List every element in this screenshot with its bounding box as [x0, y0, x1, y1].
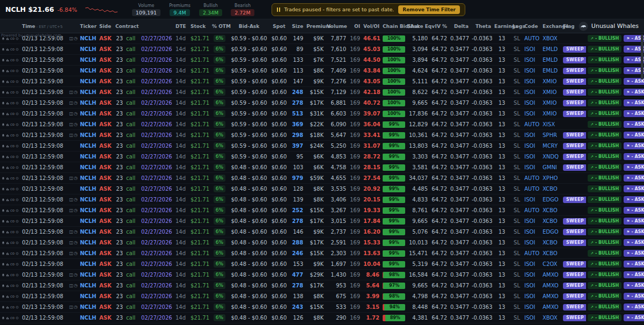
company-icon[interactable]: co: [10, 251, 14, 256]
company-icon[interactable]: co: [10, 316, 14, 320]
company-icon[interactable]: co: [10, 69, 14, 73]
contract-expiry-link[interactable]: 02/27/2026: [141, 68, 172, 74]
circle-icon[interactable]: [16, 294, 19, 299]
chart-icon[interactable]: [6, 240, 9, 245]
header-chain-bid-ask[interactable]: Chain Bid/Ask: [381, 24, 406, 29]
company-icon[interactable]: co: [10, 122, 14, 127]
table-row[interactable]: co02/13 12:59:08◫◷NCLHASK23call02/27/202…: [0, 280, 644, 291]
alert-bell-icon[interactable]: [2, 262, 5, 267]
ticker-link[interactable]: NCLH: [78, 78, 98, 84]
circle-icon[interactable]: [16, 240, 19, 245]
header-delta[interactable]: Delta: [449, 24, 470, 29]
alert-bell-icon[interactable]: [2, 283, 5, 288]
ticker-link[interactable]: NCLH: [78, 154, 98, 160]
table-row[interactable]: co02/13 12:59:08◫◷NCLHASK23call02/27/202…: [0, 33, 644, 44]
header-code[interactable]: Code: [523, 24, 541, 29]
header-theta[interactable]: Theta: [470, 24, 493, 29]
alert-bell-icon[interactable]: [2, 154, 5, 160]
chart-icon[interactable]: [6, 47, 9, 52]
chart-icon[interactable]: [6, 143, 9, 149]
chart-icon[interactable]: [6, 219, 9, 224]
table-row[interactable]: co02/13 12:59:08◫◷NCLHASK23call02/27/202…: [0, 109, 644, 119]
company-icon[interactable]: co: [10, 101, 14, 105]
table-row[interactable]: co02/13 12:59:08◫◷NCLHASK23call02/27/202…: [0, 87, 644, 98]
chart-icon[interactable]: [6, 68, 9, 74]
circle-icon[interactable]: [16, 208, 19, 213]
alert-bell-icon[interactable]: [2, 100, 5, 106]
company-icon[interactable]: co: [10, 262, 14, 266]
chart-icon[interactable]: [6, 294, 9, 299]
chart-icon[interactable]: [6, 197, 9, 203]
header-share-eqv[interactable]: Share Eqv: [406, 24, 429, 29]
contract-expiry-link[interactable]: 02/27/2026: [141, 175, 172, 181]
header-bid-ask[interactable]: Bid-Ask: [229, 24, 269, 29]
contract-expiry-link[interactable]: 02/27/2026: [141, 197, 172, 203]
circle-icon[interactable]: [16, 100, 19, 106]
alert-bell-icon[interactable]: [2, 111, 5, 117]
circle-icon[interactable]: [16, 262, 19, 267]
ticker-link[interactable]: NCLH: [78, 186, 98, 192]
header-side[interactable]: Side: [98, 24, 114, 29]
header-iv[interactable]: IV %: [429, 24, 449, 29]
contract-expiry-link[interactable]: 02/27/2026: [141, 240, 172, 245]
alert-bell-icon[interactable]: [2, 122, 5, 127]
chart-icon[interactable]: [6, 154, 9, 160]
table-row[interactable]: co02/13 12:59:08◫◷NCLHASK23call02/27/202…: [0, 119, 644, 130]
alert-bell-icon[interactable]: [2, 47, 5, 52]
company-icon[interactable]: co: [10, 144, 14, 148]
table-row[interactable]: co02/13 12:59:08NCLHASK23call02/27/20261…: [0, 216, 644, 227]
circle-icon[interactable]: [16, 57, 19, 63]
company-icon[interactable]: co: [10, 305, 14, 309]
header-time[interactable]: Time- EST / UTC+5: [20, 24, 68, 29]
alert-bell-icon[interactable]: [2, 143, 5, 149]
ticker-link[interactable]: NCLH: [78, 207, 98, 213]
ticker-link[interactable]: NCLH: [78, 283, 98, 288]
alert-bell-icon[interactable]: [2, 68, 5, 74]
ticker-link[interactable]: NCLH: [78, 111, 98, 117]
company-icon[interactable]: co: [10, 284, 14, 288]
company-icon[interactable]: co: [10, 176, 14, 180]
contract-expiry-link[interactable]: 02/27/2026: [141, 229, 172, 235]
chart-icon[interactable]: [6, 111, 9, 117]
table-row[interactable]: co02/13 12:59:08NCLHASK23call02/27/20261…: [0, 76, 644, 87]
chart-icon[interactable]: [6, 79, 9, 84]
alert-bell-icon[interactable]: [2, 219, 5, 224]
table-row[interactable]: co02/13 12:59:08NCLHASK23call02/27/20261…: [0, 291, 644, 302]
ticker-link[interactable]: NCLH: [78, 89, 98, 95]
table-row[interactable]: co02/13 12:59:08◫◷NCLHASK23call02/27/202…: [0, 205, 644, 216]
circle-icon[interactable]: [16, 272, 19, 278]
alert-bell-icon[interactable]: [2, 272, 5, 278]
alert-bell-icon[interactable]: [2, 208, 5, 213]
contract-expiry-link[interactable]: 02/27/2026: [141, 250, 172, 256]
contract-expiry-link[interactable]: 02/27/2026: [141, 164, 172, 170]
header-spot[interactable]: Spot: [269, 24, 289, 29]
header-earnings[interactable]: Earnings: [493, 24, 511, 29]
company-icon[interactable]: co: [10, 241, 14, 245]
ticker-link[interactable]: NCLH: [78, 240, 98, 245]
table-row[interactable]: co02/13 12:59:08NCLHASK23call02/27/20261…: [0, 151, 644, 162]
table-row[interactable]: co02/13 12:59:08◫◷NCLHASK23call02/27/202…: [0, 194, 644, 205]
table-row[interactable]: co02/13 12:59:08NCLHASK23call02/27/20261…: [0, 66, 644, 76]
alert-bell-icon[interactable]: [2, 57, 5, 63]
ticker-link[interactable]: NCLH: [78, 304, 98, 310]
chart-icon[interactable]: [6, 176, 9, 181]
header-volume[interactable]: Volume: [325, 24, 348, 29]
header-size[interactable]: Size: [289, 24, 305, 29]
alert-bell-icon[interactable]: [2, 240, 5, 245]
alert-bell-icon[interactable]: [2, 165, 5, 170]
company-icon[interactable]: co: [10, 230, 14, 234]
contract-expiry-link[interactable]: 02/27/2026: [141, 89, 172, 95]
chart-icon[interactable]: [6, 208, 9, 213]
company-icon[interactable]: co: [10, 198, 14, 202]
table-row[interactable]: co02/13 12:59:08NCLHASK23call02/27/20261…: [0, 55, 644, 66]
circle-icon[interactable]: [16, 176, 19, 181]
company-icon[interactable]: co: [10, 80, 14, 84]
alert-bell-icon[interactable]: [2, 229, 5, 235]
circle-icon[interactable]: [16, 47, 19, 52]
ticker-link[interactable]: NCLH: [78, 261, 98, 267]
ticker-link[interactable]: NCLH: [78, 143, 98, 149]
table-row[interactable]: co02/13 12:59:08◫◷NCLHASK23call02/27/202…: [0, 237, 644, 248]
contract-expiry-link[interactable]: 02/27/2026: [141, 57, 172, 63]
contract-expiry-link[interactable]: 02/27/2026: [141, 272, 172, 278]
table-row[interactable]: co02/13 12:59:08◫◷NCLHASK23call02/27/202…: [0, 248, 644, 259]
